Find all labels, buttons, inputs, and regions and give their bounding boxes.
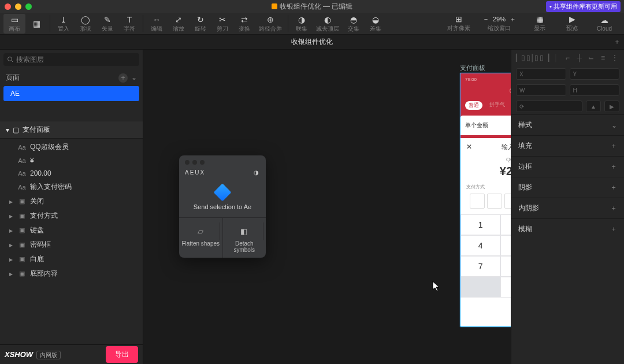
hero-tab[interactable]: 普通 <box>465 101 482 110</box>
aeux-panel[interactable]: AEUX◑ Send selection to Ae ▱Flatten shap… <box>179 155 266 258</box>
svg-point-0 <box>8 57 12 61</box>
page-item[interactable]: AE <box>3 86 139 101</box>
keypad-key[interactable]: 4 <box>460 235 500 256</box>
zoom-out-button[interactable]: − <box>481 14 491 24</box>
pages-chevron-icon[interactable]: ⌄ <box>131 73 137 83</box>
aeux-flatten-button[interactable]: ▱Flatten shapes <box>179 218 223 258</box>
toolbar-差集[interactable]: ◒差集 <box>365 14 387 34</box>
toolbar-对齐像素[interactable]: ⊞对齐像素 <box>443 14 475 33</box>
keypad-key[interactable]: 1 <box>460 214 500 235</box>
layer-item[interactable]: ▸▣键盘 <box>0 223 143 237</box>
pin-input[interactable] <box>460 194 511 214</box>
aeux-send-button[interactable]: Send selection to Ae <box>179 178 266 217</box>
aeux-panel-header[interactable] <box>179 155 266 169</box>
keypad-key[interactable]: 8 <box>500 256 511 277</box>
distribute-icon[interactable]: ≡ <box>599 53 608 62</box>
align-left-icon[interactable]: ▏▯ <box>516 53 525 62</box>
add-icon[interactable]: ＋ <box>610 162 617 172</box>
add-icon[interactable]: ＋ <box>610 224 617 234</box>
search-input[interactable] <box>16 55 136 64</box>
toolbar-字符[interactable]: T字符 <box>118 14 140 34</box>
document-tab[interactable]: 收银组件优化 <box>291 37 333 47</box>
close-icon[interactable]: ✕ <box>466 143 472 151</box>
close-window-icon[interactable] <box>5 3 11 10</box>
export-button[interactable]: 导出 <box>106 346 138 363</box>
toolbar-显示[interactable]: ▦显示 <box>523 14 556 33</box>
zoom-in-button[interactable]: ＋ <box>508 14 517 24</box>
w-field[interactable]: W <box>516 84 566 96</box>
align-top-icon[interactable]: ⌐ <box>563 53 573 62</box>
toolbar-btn1[interactable]: ▦ <box>25 14 47 34</box>
toolbar-交集[interactable]: ◓交集 <box>343 14 365 34</box>
x-field[interactable]: X <box>516 68 566 80</box>
layer-item[interactable]: AaQQ超级会员 <box>0 140 143 154</box>
canvas-area[interactable]: 支付面板 79:00▮▮ ▯ QQ红包 普通拼手气接龙口令语音 单个金额 200… <box>143 50 511 364</box>
inspector-section-模糊[interactable]: 模糊＋ <box>511 218 624 239</box>
amount-label: 单个金额 <box>465 121 488 129</box>
keypad-key[interactable]: 5 <box>500 235 511 256</box>
add-page-button[interactable]: ＋ <box>118 73 128 83</box>
artboard-label[interactable]: 支付面板 <box>460 64 485 72</box>
toolbar-画布[interactable]: ▭画布 <box>3 14 25 34</box>
layer-list: AaQQ超级会员Aa¥Aa200.00Aa输入支付密码▸▣关闭▸▣支付方式▸▣键… <box>0 139 143 344</box>
flip-v-button[interactable]: ▶ <box>604 101 619 112</box>
add-icon[interactable]: ＋ <box>610 183 617 192</box>
toolbar-形状[interactable]: ◯形状 <box>75 14 96 34</box>
toolbar-Cloud[interactable]: ☁Cloud <box>588 15 621 32</box>
inspector-section-填充[interactable]: 填充＋ <box>511 135 624 156</box>
add-tab-button[interactable]: ＋ <box>614 37 621 47</box>
distribute-v-icon[interactable]: ⋮ <box>610 53 619 62</box>
layer-item[interactable]: Aa输入支付密码 <box>0 180 143 194</box>
toolbar-变换[interactable]: ⇄变换 <box>233 14 255 34</box>
toolbar-置入[interactable]: ⤓置入 <box>53 14 75 34</box>
artboard-icon: ▢ <box>13 126 19 134</box>
aeux-detach-button[interactable]: ◧Detach symbols <box>223 218 266 258</box>
layer-item[interactable]: ▸▣支付方式 <box>0 209 143 223</box>
align-bottom-icon[interactable]: ⌙ <box>586 53 596 62</box>
keypad-key[interactable]: 2 <box>500 214 511 235</box>
chevron-down-icon[interactable]: ⌄ <box>611 121 617 129</box>
toolbar-剪刀[interactable]: ✂剪刀 <box>211 14 233 34</box>
toolbar-矢量[interactable]: ✎矢量 <box>96 14 118 34</box>
add-icon[interactable]: ＋ <box>610 141 617 151</box>
share-update-badge[interactable]: • 共享组件库有更新可用 <box>546 1 621 12</box>
layer-search[interactable] <box>3 53 139 66</box>
align-center-v-icon[interactable]: ┼ <box>575 53 584 62</box>
right-inspector: ▏▯ ▯│▯ ▯▕ │ ⌐ ┼ ⌙ ≡ ⋮ X Y W H ⟳ ▲ ▶ 样式⌄填… <box>511 50 624 364</box>
flip-h-button[interactable]: ▲ <box>586 101 601 112</box>
left-sidebar: 页面 ＋ ⌄ AE ▾ ▢ 支付面板 AaQQ超级会员Aa¥Aa200.00Aa… <box>0 50 143 364</box>
inspector-section-阴影[interactable]: 阴影＋ <box>511 177 624 198</box>
align-center-h-icon[interactable]: ▯│▯ <box>528 53 537 62</box>
minimize-window-icon[interactable] <box>15 3 21 10</box>
toolbar-旋转[interactable]: ↻旋转 <box>190 14 211 34</box>
toolbar-缩放[interactable]: ⤢缩放 <box>168 14 190 34</box>
asset-header[interactable]: ▾ ▢ 支付面板 <box>0 121 143 139</box>
aeux-settings-icon[interactable]: ◑ <box>254 169 260 176</box>
toolbar-预览[interactable]: ▶预览 <box>556 14 588 33</box>
layer-item[interactable]: ▸▣底部内容 <box>0 266 143 281</box>
rotate-field[interactable]: ⟳ <box>516 101 582 112</box>
inspector-section-内阴影[interactable]: 内阴影＋ <box>511 198 624 218</box>
toolbar-编辑[interactable]: ↔编辑 <box>146 14 168 34</box>
layer-item[interactable]: ▸▣白底 <box>0 252 143 266</box>
toolbar-联集[interactable]: ◑联集 <box>291 14 313 34</box>
h-field[interactable]: H <box>570 84 620 96</box>
keypad-key[interactable]: 7 <box>460 256 500 277</box>
align-tools: ▏▯ ▯│▯ ▯▕ │ ⌐ ┼ ⌙ ≡ ⋮ <box>511 50 624 66</box>
zoom-window-icon[interactable] <box>25 3 32 10</box>
artboard[interactable]: 79:00▮▮ ▯ QQ红包 普通拼手气接龙口令语音 单个金额 200 元 ✕ … <box>460 73 511 327</box>
add-icon[interactable]: ＋ <box>610 203 617 213</box>
inspector-section-样式[interactable]: 样式⌄ <box>511 114 624 135</box>
layer-item[interactable]: ▸▣密码框 <box>0 237 143 252</box>
layer-item[interactable]: Aa¥ <box>0 154 143 167</box>
inspector-section-边框[interactable]: 边框＋ <box>511 156 624 177</box>
keypad-key[interactable]: 0 <box>500 277 511 298</box>
toolbar-缩放窗口[interactable]: −29%＋缩放窗口 <box>475 14 523 33</box>
toolbar-路径合并[interactable]: ⊕路径合并 <box>255 14 285 34</box>
layer-item[interactable]: ▸▣关闭 <box>0 194 143 209</box>
layer-item[interactable]: Aa200.00 <box>0 167 143 180</box>
y-field[interactable]: Y <box>570 68 620 80</box>
hero-tab[interactable]: 拼手气 <box>489 101 505 110</box>
align-right-icon[interactable]: ▯▕ <box>540 53 549 62</box>
toolbar-减去顶层[interactable]: ◐减去顶层 <box>313 14 343 34</box>
